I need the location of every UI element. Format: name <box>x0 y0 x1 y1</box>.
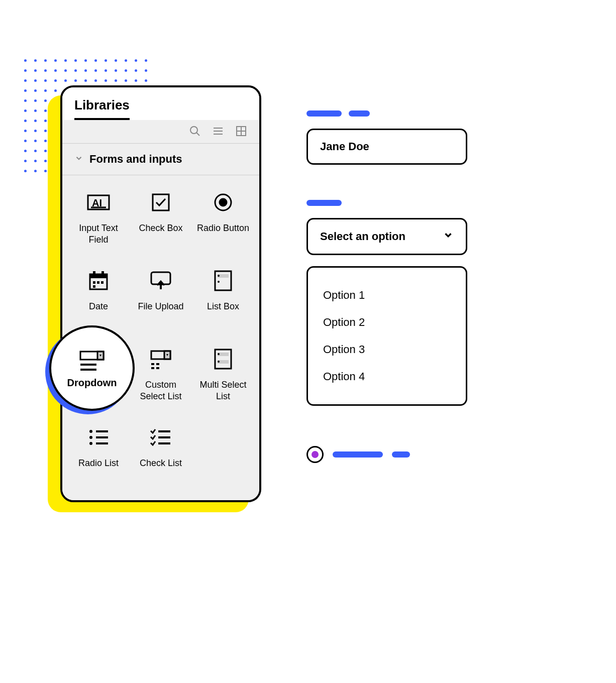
grid-view-icon[interactable] <box>235 125 247 137</box>
lib-label: Radio List <box>78 458 119 469</box>
lib-check-box[interactable]: Check Box <box>130 187 192 263</box>
lib-check-list[interactable]: Check List <box>130 422 192 498</box>
svg-rect-23 <box>215 271 231 290</box>
radio-label-placeholder <box>392 451 410 458</box>
list-box-icon <box>214 266 233 296</box>
svg-rect-16 <box>93 271 95 275</box>
dropdown-preview[interactable]: Select an option <box>306 218 467 255</box>
multi-select-list-icon <box>214 344 233 374</box>
dropdown-option[interactable]: Option 3 <box>323 336 451 363</box>
lib-radio-button[interactable]: Radio Button <box>192 187 254 263</box>
text-input-value: Jane Doe <box>320 140 369 153</box>
svg-rect-32 <box>151 367 154 369</box>
lib-label: List Box <box>207 301 239 312</box>
check-list-icon <box>149 422 172 452</box>
dropdown-options: Option 1 Option 2 Option 3 Option 4 <box>306 266 467 406</box>
lib-input-text-field[interactable]: AI Input Text Field <box>67 187 130 263</box>
lib-label: Check Box <box>139 222 182 234</box>
dropdown-option[interactable]: Option 4 <box>323 363 451 390</box>
svg-rect-11 <box>153 194 169 210</box>
svg-point-38 <box>218 361 220 363</box>
lib-file-upload[interactable]: File Upload <box>130 266 192 341</box>
section-title: Forms and inputs <box>89 153 182 166</box>
dropdown-placeholder: Select an option <box>320 230 405 243</box>
svg-rect-15 <box>90 274 107 278</box>
lib-label: Radio Button <box>197 222 249 234</box>
field-label-placeholder <box>306 110 477 117</box>
svg-point-39 <box>89 430 92 433</box>
svg-point-41 <box>89 436 92 439</box>
dropdown-option[interactable]: Option 1 <box>323 282 451 309</box>
panel-toolbar <box>62 120 259 144</box>
dropdown-icon <box>78 348 106 373</box>
lib-radio-list[interactable]: Radio List <box>67 422 130 498</box>
section-header[interactable]: Forms and inputs <box>62 144 259 175</box>
lib-custom-select-list[interactable]: Custom Select List <box>130 344 192 419</box>
lib-label: Multi Select List <box>195 379 251 402</box>
dropdown-option[interactable]: Option 2 <box>323 309 451 336</box>
lib-label: Date <box>89 301 108 312</box>
check-box-icon <box>151 187 171 217</box>
svg-rect-33 <box>156 367 159 369</box>
svg-rect-19 <box>97 281 99 284</box>
svg-point-25 <box>218 275 220 277</box>
date-icon <box>88 266 109 296</box>
input-text-field-icon: AI <box>86 187 111 217</box>
chevron-down-icon <box>443 230 454 244</box>
svg-rect-34 <box>215 350 231 369</box>
svg-point-0 <box>190 127 197 134</box>
radio-button-icon <box>213 187 233 217</box>
lib-label: File Upload <box>138 301 183 312</box>
lib-label: Input Text Field <box>71 222 126 245</box>
lib-label: Dropdown <box>67 377 117 389</box>
preview-column: Jane Doe Select an option Option 1 Optio… <box>306 110 477 463</box>
lib-dropdown-highlighted[interactable]: Dropdown <box>49 325 135 411</box>
search-icon[interactable] <box>189 125 201 137</box>
svg-rect-20 <box>101 281 104 284</box>
list-view-icon[interactable] <box>212 125 224 137</box>
file-upload-icon <box>149 266 172 296</box>
svg-rect-31 <box>156 363 159 365</box>
libraries-panel: Libraries Forms and inputs AI <box>60 85 261 502</box>
svg-point-37 <box>218 353 220 355</box>
lib-label: Custom Select List <box>133 379 188 402</box>
svg-point-13 <box>220 199 227 206</box>
chevron-down-icon <box>74 154 83 165</box>
radio-list-icon <box>87 422 110 452</box>
svg-line-1 <box>196 133 199 136</box>
radio-selected-icon <box>306 446 324 463</box>
lib-list-box[interactable]: List Box <box>192 266 254 341</box>
radio-label-placeholder <box>333 451 383 458</box>
lib-label: Check List <box>140 458 182 469</box>
text-input-preview[interactable]: Jane Doe <box>306 129 467 165</box>
radio-preview[interactable] <box>306 446 477 463</box>
svg-rect-17 <box>101 271 104 275</box>
svg-point-26 <box>218 281 220 283</box>
svg-rect-18 <box>93 281 95 284</box>
custom-select-list-icon <box>149 344 172 374</box>
field-label-placeholder <box>306 200 477 206</box>
lib-multi-select-list[interactable]: Multi Select List <box>192 344 254 419</box>
svg-point-43 <box>89 442 92 445</box>
svg-rect-30 <box>151 363 154 365</box>
svg-rect-21 <box>93 285 95 288</box>
panel-title: Libraries <box>74 97 130 120</box>
